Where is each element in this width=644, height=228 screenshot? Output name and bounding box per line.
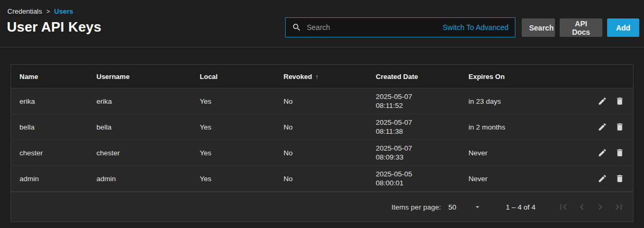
next-page-button[interactable] (594, 201, 606, 213)
sort-ascending-icon: ↑ (315, 73, 318, 81)
created-time: 08:09:33 (376, 153, 469, 162)
created-date: 2025-05-05 (376, 170, 469, 179)
cell-local: Yes (200, 123, 284, 131)
cell-revoked: No (284, 149, 376, 157)
cell-created-date: 2025-05-07 08:11:52 (376, 92, 469, 110)
cell-local: Yes (200, 175, 284, 183)
cell-revoked: No (284, 175, 376, 183)
table-row: bella bella Yes No 2025-05-07 08:11:38 i… (11, 114, 633, 140)
first-page-button[interactable] (558, 201, 569, 213)
edit-button[interactable] (598, 174, 607, 183)
column-header-revoked-label: Revoked (284, 73, 312, 81)
cell-expires-on: Never (469, 149, 580, 157)
cell-created-date: 2025-05-07 08:09:33 (376, 144, 469, 162)
dropdown-caret-icon (473, 203, 482, 211)
created-time: 08:11:38 (376, 127, 469, 136)
page-header: Credentials > Users User API Keys Switch… (0, 0, 644, 47)
cell-revoked: No (284, 97, 376, 105)
header-divider (0, 47, 644, 47)
table-row: erika erika Yes No 2025-05-07 08:11:52 i… (11, 88, 633, 114)
cell-name: chester (19, 149, 96, 157)
cell-expires-on: Never (469, 175, 580, 183)
breadcrumb-separator: > (46, 8, 50, 15)
cell-username: admin (96, 175, 200, 183)
row-actions (580, 174, 625, 183)
cell-username: chester (96, 149, 200, 157)
edit-button[interactable] (598, 148, 607, 157)
cell-created-date: 2025-05-07 08:11:38 (376, 118, 469, 136)
cell-expires-on: in 23 days (469, 97, 580, 105)
cell-username: erika (96, 97, 200, 105)
cell-name: erika (19, 97, 96, 105)
delete-button[interactable] (615, 148, 625, 157)
cell-expires-on: in 2 months (469, 123, 580, 131)
column-header-expires-on[interactable]: Expires On (469, 73, 580, 81)
table-row: chester chester Yes No 2025-05-07 08:09:… (11, 140, 633, 166)
previous-page-button[interactable] (576, 201, 588, 213)
cell-created-date: 2025-05-05 08:00:01 (376, 170, 469, 187)
switch-to-advanced-link[interactable]: Switch To Advanced (443, 23, 509, 32)
breadcrumb: Credentials > Users (7, 7, 73, 15)
table-footer: Items per page: 50 1 – 4 of 4 (11, 192, 633, 222)
table-row: admin admin Yes No 2025-05-05 08:00:01 N… (11, 166, 633, 192)
cell-name: bella (19, 123, 96, 131)
row-actions (580, 148, 625, 157)
row-actions (580, 122, 625, 132)
cell-name: admin (19, 175, 96, 183)
delete-button[interactable] (615, 174, 625, 183)
created-time: 08:11:52 (376, 101, 469, 110)
search-input[interactable] (307, 23, 443, 32)
last-page-button[interactable] (613, 201, 625, 213)
created-date: 2025-05-07 (376, 144, 469, 153)
pagination-range: 1 – 4 of 4 (506, 203, 535, 211)
search-box[interactable]: Switch To Advanced (285, 17, 515, 37)
column-header-local[interactable]: Local (200, 73, 284, 81)
table-header-row: Name Username Local Revoked↑ Created Dat… (11, 65, 633, 88)
created-time: 08:00:01 (376, 179, 469, 187)
cell-revoked: No (284, 123, 376, 131)
add-button[interactable]: Add (607, 18, 639, 37)
breadcrumb-users[interactable]: Users (54, 7, 73, 15)
column-header-created-date[interactable]: Created Date (376, 73, 469, 81)
column-header-username[interactable]: Username (96, 73, 200, 81)
items-per-page-label: Items per page: (392, 203, 441, 211)
cell-username: bella (96, 123, 200, 131)
items-per-page-select[interactable]: 50 (448, 203, 482, 211)
row-actions (580, 96, 625, 106)
items-per-page-value: 50 (448, 203, 456, 211)
delete-button[interactable] (615, 96, 625, 106)
edit-button[interactable] (598, 96, 607, 106)
search-button[interactable]: Search (522, 18, 555, 37)
column-header-name[interactable]: Name (19, 73, 96, 81)
cell-local: Yes (200, 149, 284, 157)
user-api-keys-table: Name Username Local Revoked↑ Created Dat… (11, 64, 633, 222)
created-date: 2025-05-07 (376, 118, 469, 127)
api-docs-button[interactable]: API Docs (560, 18, 602, 37)
search-icon (292, 23, 301, 32)
pagination-controls (558, 201, 625, 213)
page-title: User API Keys (7, 19, 101, 35)
edit-button[interactable] (598, 122, 607, 132)
delete-button[interactable] (615, 122, 625, 132)
column-header-revoked[interactable]: Revoked↑ (284, 73, 376, 81)
cell-local: Yes (200, 97, 284, 105)
created-date: 2025-05-07 (376, 92, 469, 101)
breadcrumb-credentials[interactable]: Credentials (7, 7, 42, 15)
